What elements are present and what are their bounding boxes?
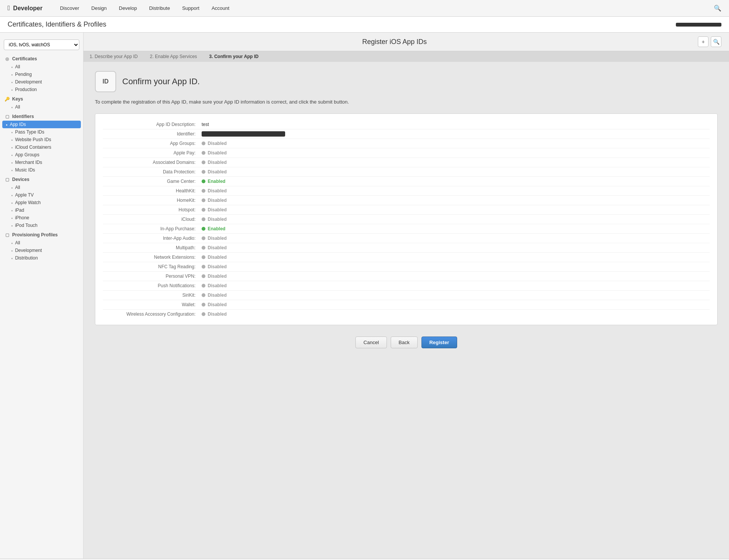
detail-row-app-groups: App Groups: Disabled — [103, 139, 710, 148]
detail-row-wallet: Wallet: Disabled — [103, 300, 710, 310]
sidebar-item-production[interactable]: Production — [0, 86, 83, 93]
value-homekit: Disabled — [202, 198, 227, 203]
sidebar-item-website-push-ids[interactable]: Website Push IDs — [0, 136, 83, 143]
page-title: Certificates, Identifiers & Profiles — [8, 20, 676, 28]
sidebar-item-ipod-touch[interactable]: iPod Touch — [0, 222, 83, 229]
text-push-notifications: Disabled — [208, 283, 227, 288]
sidebar-section-certificates: ◎ Certificates All Pending Development P… — [0, 55, 83, 93]
sidebar-item-app-ids[interactable]: App IDs — [2, 121, 81, 128]
sidebar-item-pass-type-ids[interactable]: Pass Type IDs — [0, 128, 83, 136]
page-header: Certificates, Identifiers & Profiles — [0, 17, 729, 33]
dot-game-center — [202, 179, 205, 183]
label-hotspot: Hotspot: — [103, 207, 202, 212]
sidebar-section-provisioning: ▢ Provisioning Profiles All Development … — [0, 231, 83, 262]
detail-row-game-center: Game Center: Enabled — [103, 177, 710, 186]
text-in-app-purchase: Enabled — [208, 226, 226, 231]
certificates-icon: ◎ — [5, 56, 10, 61]
value-game-center: Enabled — [202, 179, 226, 184]
nav-distribute[interactable]: Distribute — [143, 0, 176, 17]
detail-row-identifier: Identifier: — [103, 129, 710, 139]
label-personal-vpn: Personal VPN: — [103, 274, 202, 279]
nav-support[interactable]: Support — [176, 0, 206, 17]
sidebar-item-all-devices[interactable]: All — [0, 184, 83, 191]
step-3: 3. Confirm your App ID — [203, 54, 265, 59]
platform-dropdown[interactable]: iOS, tvOS, watchOS macOS tvOS — [4, 39, 79, 50]
detail-row-healthkit: HealthKit: Disabled — [103, 186, 710, 196]
sidebar-item-all-certs[interactable]: All — [0, 63, 83, 71]
sidebar-item-all-keys[interactable]: All — [0, 103, 83, 111]
text-homekit: Disabled — [208, 198, 227, 203]
sidebar-item-iphone[interactable]: iPhone — [0, 214, 83, 222]
confirm-title: Confirm your App ID. — [122, 77, 200, 87]
confirm-header: ID Confirm your App ID. — [95, 71, 718, 92]
header-redacted-bar — [676, 23, 721, 27]
provisioning-section-header[interactable]: ▢ Provisioning Profiles — [0, 231, 83, 239]
text-personal-vpn: Disabled — [208, 274, 227, 279]
identifier-redacted — [202, 131, 285, 137]
step-2: 2. Enable App Services — [144, 54, 203, 59]
devices-section-header[interactable]: ▢ Devices — [0, 175, 83, 184]
value-healthkit: Disabled — [202, 188, 227, 193]
text-icloud: Disabled — [208, 217, 227, 222]
value-in-app-purchase: Enabled — [202, 226, 226, 231]
sidebar-item-development-profiles[interactable]: Development — [0, 247, 83, 254]
nav-discover[interactable]: Discover — [54, 0, 85, 17]
label-nfc-tag: NFC Tag Reading: — [103, 264, 202, 269]
platform-select[interactable]: iOS, tvOS, watchOS macOS tvOS — [4, 39, 79, 50]
nav-design[interactable]: Design — [85, 0, 113, 17]
add-button[interactable]: + — [698, 36, 708, 47]
value-app-id-desc: test — [202, 122, 209, 127]
sidebar-item-all-profiles[interactable]: All — [0, 239, 83, 247]
search-button[interactable]: 🔍 — [711, 36, 721, 47]
register-button[interactable]: Register — [421, 337, 457, 348]
sidebar-item-music-ids[interactable]: Music IDs — [0, 166, 83, 174]
value-multipath: Disabled — [202, 245, 227, 250]
content-actions: + 🔍 — [698, 36, 721, 47]
detail-row-icloud: iCloud: Disabled — [103, 215, 710, 224]
label-push-notifications: Push Notifications: — [103, 283, 202, 288]
text-sirikit: Disabled — [208, 293, 227, 298]
sidebar-item-development-certs[interactable]: Development — [0, 78, 83, 86]
sidebar-section-identifiers: ▢ Identifiers App IDs Pass Type IDs Webs… — [0, 112, 83, 174]
label-data-protection: Data Protection: — [103, 169, 202, 175]
value-wallet: Disabled — [202, 302, 227, 307]
page-footer: Copyright © 2017 Apple Inc. All rights r… — [0, 558, 729, 560]
apple-logo-icon:  — [8, 4, 10, 12]
detail-row-hotspot: Hotspot: Disabled — [103, 205, 710, 215]
sidebar-item-apple-tv[interactable]: Apple TV — [0, 191, 83, 199]
sidebar-item-app-groups[interactable]: App Groups — [0, 151, 83, 159]
nav-develop[interactable]: Develop — [113, 0, 143, 17]
detail-row-personal-vpn: Personal VPN: Disabled — [103, 272, 710, 281]
sidebar-item-ipad[interactable]: iPad — [0, 206, 83, 214]
text-healthkit: Disabled — [208, 188, 227, 193]
cancel-button[interactable]: Cancel — [355, 337, 387, 348]
identifiers-section-header[interactable]: ▢ Identifiers — [0, 112, 83, 121]
dot-apple-pay — [202, 151, 205, 155]
detail-row-apple-pay: Apple Pay: Disabled — [103, 148, 710, 158]
label-wallet: Wallet: — [103, 302, 202, 307]
content-title: Register iOS App IDs — [91, 38, 698, 46]
nav-account[interactable]: Account — [205, 0, 235, 17]
sidebar: iOS, tvOS, watchOS macOS tvOS ◎ Certific… — [0, 33, 84, 558]
label-icloud: iCloud: — [103, 217, 202, 222]
detail-row-homekit: HomeKit: Disabled — [103, 196, 710, 205]
sidebar-item-apple-watch[interactable]: Apple Watch — [0, 199, 83, 206]
back-button[interactable]: Back — [391, 337, 418, 348]
text-app-groups: Disabled — [208, 141, 227, 146]
sidebar-item-pending[interactable]: Pending — [0, 71, 83, 78]
search-icon[interactable]: 🔍 — [714, 5, 721, 12]
detail-row-data-protection: Data Protection: Disabled — [103, 167, 710, 177]
sidebar-item-merchant-ids[interactable]: Merchant IDs — [0, 159, 83, 166]
text-hotspot: Disabled — [208, 207, 227, 212]
identifiers-icon: ▢ — [5, 114, 10, 119]
sidebar-item-icloud-containers[interactable]: iCloud Containers — [0, 143, 83, 151]
label-game-center: Game Center: — [103, 179, 202, 184]
dot-wallet — [202, 303, 205, 307]
content-body: ID Confirm your App ID. To complete the … — [84, 62, 729, 357]
sidebar-item-distribution[interactable]: Distribution — [0, 254, 83, 262]
label-network-extensions: Network Extensions: — [103, 255, 202, 260]
certificates-section-header[interactable]: ◎ Certificates — [0, 55, 83, 63]
text-apple-pay: Disabled — [208, 150, 227, 156]
dot-app-groups — [202, 142, 205, 145]
keys-section-header[interactable]: 🔑 Keys — [0, 95, 83, 103]
